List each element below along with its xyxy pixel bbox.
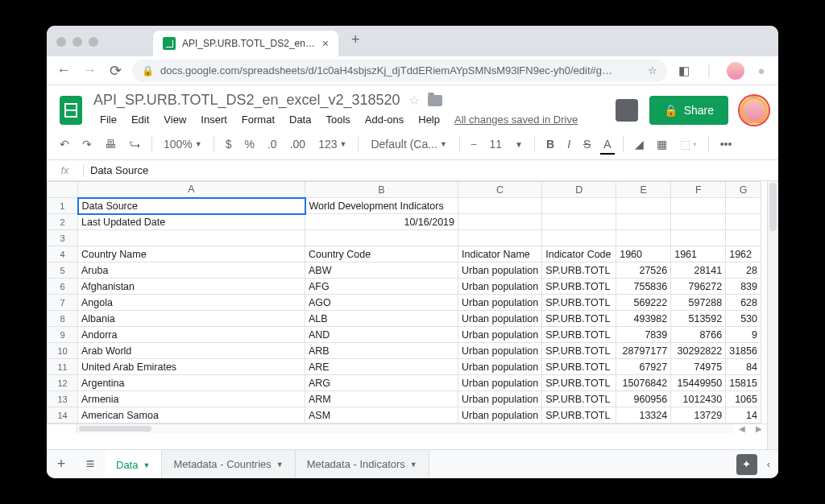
cell-D12[interactable]: SP.URB.TOTL [542,375,616,391]
zoom-select[interactable]: 100%▼ [159,134,207,154]
cell-E11[interactable]: 67927 [616,359,671,375]
increase-decimal-button[interactable]: .00 [285,134,310,154]
cell-D3[interactable] [542,230,616,246]
cell-G9[interactable]: 9 [726,327,761,343]
currency-button[interactable]: $ [221,134,237,154]
cell-B5[interactable]: ABW [305,262,458,279]
font-size-increase[interactable]: ▼ [510,137,528,152]
column-header-F[interactable]: F [671,182,726,198]
explore-button[interactable]: ✦ [736,454,757,475]
cell-B4[interactable]: Country Code [305,246,458,262]
cell-G6[interactable]: 839 [726,279,761,295]
cell-F14[interactable]: 13729 [671,407,726,423]
cell-A10[interactable]: Arab World [78,343,305,359]
scroll-right-icon[interactable]: ▶ [756,424,762,433]
chevron-down-icon[interactable]: ▼ [143,461,150,469]
cell-D1[interactable] [542,198,616,214]
select-all-cell[interactable] [48,182,78,198]
cell-C12[interactable]: Urban population [458,375,542,391]
cell-E12[interactable]: 15076842 [616,375,671,391]
row-header-12[interactable]: 12 [48,375,78,391]
cell-C2[interactable] [458,214,542,230]
column-header-E[interactable]: E [616,182,671,198]
row-header-13[interactable]: 13 [48,391,78,407]
cell-E2[interactable] [616,214,671,230]
cell-C1[interactable] [458,198,542,214]
cell-G1[interactable] [726,198,761,214]
cell-F10[interactable]: 30292822 [671,343,726,359]
cell-D9[interactable]: SP.URB.TOTL [542,327,616,343]
cell-F6[interactable]: 796272 [671,279,726,295]
forward-button[interactable]: → [81,62,98,79]
column-header-D[interactable]: D [542,182,616,198]
cell-E5[interactable]: 27526 [616,262,671,279]
cell-B2[interactable]: 10/16/2019 [305,214,458,230]
cell-C7[interactable]: Urban population [458,295,542,311]
fill-color-button[interactable]: ◢ [630,134,649,154]
sheet-tab-metadata-indicators[interactable]: Metadata - Indicators▼ [296,450,429,479]
row-header-1[interactable]: 1 [48,198,78,214]
cell-D8[interactable]: SP.URB.TOTL [542,311,616,327]
new-tab-button[interactable]: + [345,31,367,56]
cell-E14[interactable]: 13324 [616,407,671,423]
cells-table[interactable]: ABCDEFG1Data SourceWorld Development Ind… [47,181,761,423]
document-title[interactable]: API_SP.URB.TOTL_DS2_en_excel_v2_318520 [93,92,400,109]
cell-A4[interactable]: Country Name [78,246,305,262]
row-header-14[interactable]: 14 [48,407,78,423]
cell-F9[interactable]: 8766 [671,327,726,343]
sheets-logo-icon[interactable] [56,93,85,128]
menu-insert[interactable]: Insert [194,110,234,129]
cell-A12[interactable]: Argentina [78,375,305,391]
cell-D2[interactable] [542,214,616,230]
all-sheets-button[interactable]: ≡ [76,456,105,473]
cell-G8[interactable]: 530 [726,311,761,327]
cell-B14[interactable]: ASM [305,407,458,423]
cell-B11[interactable]: ARE [305,359,458,375]
cell-A2[interactable]: Last Updated Date [78,214,305,230]
cell-C10[interactable]: Urban population [458,343,542,359]
cell-A14[interactable]: American Samoa [78,407,305,423]
maximize-window-icon[interactable] [89,37,98,47]
cell-B6[interactable]: AFG [305,279,458,295]
redo-button[interactable]: ↷ [77,134,97,154]
collapse-sidebar-icon[interactable]: ‹ [767,458,770,470]
account-avatar-icon[interactable] [740,96,769,125]
column-header-G[interactable]: G [726,182,761,198]
strikethrough-button[interactable]: S [578,134,595,154]
menu-add-ons[interactable]: Add-ons [359,110,410,129]
cell-E10[interactable]: 28797177 [616,343,671,359]
close-window-icon[interactable] [56,37,66,47]
merge-cells-button[interactable]: ⬚▾ [675,134,702,154]
chevron-down-icon[interactable]: ▼ [410,461,417,469]
cell-A3[interactable] [78,230,305,246]
cell-B10[interactable]: ARB [305,343,458,359]
cell-E1[interactable] [616,198,671,214]
cell-F11[interactable]: 74975 [671,359,726,375]
cell-A7[interactable]: Angola [78,295,305,311]
row-header-9[interactable]: 9 [48,327,78,343]
extension-icon[interactable]: ◧ [675,62,693,80]
font-select[interactable]: Default (Ca...▼ [365,134,452,155]
cell-E6[interactable]: 755836 [616,279,671,295]
cell-F8[interactable]: 513592 [671,311,726,327]
comments-icon[interactable] [616,99,638,122]
cell-F2[interactable] [671,214,726,230]
cell-A11[interactable]: United Arab Emirates [78,359,305,375]
cell-C11[interactable]: Urban population [458,359,542,375]
save-status[interactable]: All changes saved in Drive [448,110,584,129]
bold-button[interactable]: B [541,134,559,154]
url-input[interactable]: 🔒 docs.google.com/spreadsheets/d/1c0aH4s… [132,60,667,82]
cell-C4[interactable]: Indicator Name [458,246,542,262]
browser-tab[interactable]: API_SP.URB.TOTL_DS2_en_exc × [153,31,338,56]
cell-F3[interactable] [671,230,726,246]
profile-avatar-icon[interactable] [727,62,744,80]
menu-format[interactable]: Format [235,110,281,129]
cell-F13[interactable]: 1012430 [671,391,726,407]
more-tools-button[interactable]: ••• [715,134,737,154]
cell-G3[interactable] [726,230,761,246]
paint-format-button[interactable]: ⮑ [124,134,145,154]
cell-D4[interactable]: Indicator Code [542,246,616,262]
sheet-tab-data[interactable]: Data▼ [105,450,162,479]
row-header-8[interactable]: 8 [48,311,78,327]
cell-A1[interactable]: Data Source [78,198,305,214]
